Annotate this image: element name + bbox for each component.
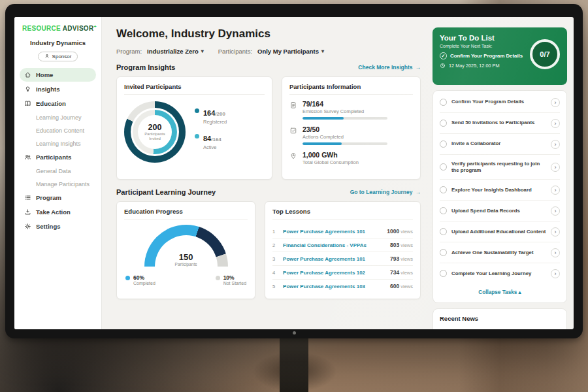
chevron-right-icon: › <box>551 206 560 216</box>
emission-survey-row: 79/164 Emission Survey Completed <box>289 100 413 120</box>
survey-icon <box>289 100 297 120</box>
task-item[interactable]: Explore Your Insights Dashboard › <box>440 180 560 201</box>
check-more-insights-link[interactable]: Check More Insights → <box>358 64 421 71</box>
sidebar: RESOURCE ADVISOR+ Industry Dynamics Spon… <box>14 17 102 329</box>
chevron-right-icon: › <box>551 248 560 257</box>
actions-progress-bar <box>302 142 387 145</box>
top-lessons-card: Top Lessons 1 Power Purchase Agreements … <box>265 201 421 299</box>
arrow-right-icon: → <box>416 189 421 195</box>
lesson-row: 3 Power Purchase Agreements 101 793views <box>272 252 413 266</box>
recent-news-title: Recent News <box>440 315 560 322</box>
lesson-link[interactable]: Power Purchase Agreements 101 <box>283 256 373 262</box>
collapse-tasks-link[interactable]: Collapse Tasks ▴ <box>440 284 560 301</box>
task-item[interactable]: Upload Additional Educational Content › <box>440 221 560 242</box>
sidebar-item-education[interactable]: Education <box>20 97 96 110</box>
sponsor-badge: Sponsor <box>38 52 78 61</box>
legend-dot-active <box>195 134 199 139</box>
monitor-brand-logo <box>293 331 296 335</box>
sidebar-item-take-action[interactable]: Take Action <box>20 205 96 219</box>
home-icon <box>24 71 31 78</box>
lesson-row: 5 Power Purchase Agreements 103 600views <box>272 280 413 293</box>
lesson-link[interactable]: Power Purchase Agreements 101 <box>283 229 373 235</box>
task-item[interactable]: Verify participants requesting to join t… <box>440 155 560 180</box>
sidebar-item-home[interactable]: Home <box>20 68 96 82</box>
task-checkbox-icon[interactable] <box>440 207 447 214</box>
monitor-bezel: RESOURCE ADVISOR+ Industry Dynamics Spon… <box>5 4 583 338</box>
app-logo: RESOURCE ADVISOR+ <box>14 17 101 33</box>
progress-fill <box>302 117 344 120</box>
check-circle-icon: ✓ <box>440 52 447 59</box>
task-checkbox-icon[interactable] <box>440 163 447 171</box>
chevron-right-icon: › <box>551 98 560 107</box>
task-item[interactable]: Invite a Collaborator › <box>440 134 560 155</box>
task-item[interactable]: Confirm Your Program Details › <box>440 92 560 113</box>
legend-active: 84/164 Active <box>195 132 227 150</box>
lightbulb-icon <box>24 86 31 93</box>
legend-registered: 164/200 Registered <box>195 106 227 125</box>
monitor-stand <box>280 337 308 392</box>
sidebar-item-program[interactable]: Program <box>20 191 96 204</box>
invited-participants-card: Invited Participants 200 Participants In… <box>116 76 272 180</box>
sidebar-item-general-data[interactable]: General Data <box>20 165 96 177</box>
chevron-right-icon: › <box>551 269 560 278</box>
sidebar-item-settings[interactable]: Settings <box>20 220 96 233</box>
list-icon <box>24 194 31 201</box>
sidebar-item-learning-journey[interactable]: Learning Journey <box>20 111 96 123</box>
recent-news-card: Recent News <box>433 308 567 329</box>
sidebar-item-education-content[interactable]: Education Content <box>20 124 96 137</box>
lesson-link[interactable]: Power Purchase Agreements 102 <box>283 270 373 276</box>
task-item[interactable]: Achieve One Sustainability Target › <box>440 242 560 263</box>
lesson-row: 2 Financial Considerations - VPPAs 803vi… <box>272 238 413 252</box>
sidebar-item-manage-participants[interactable]: Manage Participants <box>20 178 96 190</box>
education-progress-card: Education Progress 150 Participants <box>116 201 255 299</box>
next-task: ✓ Confirm Your Program Details <box>440 52 530 59</box>
chevron-right-icon: › <box>551 119 560 128</box>
task-checkbox-icon[interactable] <box>440 99 447 106</box>
participants-select[interactable]: Only My Participants ▾ <box>257 48 324 55</box>
tasks-card: Confirm Your Program Details › Send 50 I… <box>433 90 567 303</box>
task-checkbox-icon[interactable] <box>440 120 447 127</box>
page-title: Welcome, Industry Dynamics <box>116 27 421 41</box>
legend-dot-completed <box>125 276 130 280</box>
take-action-icon <box>24 208 31 216</box>
task-checkbox-icon[interactable] <box>440 249 447 256</box>
desk-scene: RESOURCE ADVISOR+ Industry Dynamics Spon… <box>0 0 588 392</box>
task-checkbox-icon[interactable] <box>440 270 447 277</box>
task-item[interactable]: Complete Your Learning Journey › <box>440 263 560 284</box>
section-title-learning-journey: Participant Learning Journey <box>116 188 216 196</box>
program-select[interactable]: Industrialize Zero ▾ <box>147 48 204 55</box>
checklist-icon <box>289 125 297 145</box>
location-pin-icon <box>289 151 297 168</box>
filter-bar: Program: Industrialize Zero ▾ Participan… <box>116 48 421 55</box>
chevron-right-icon: › <box>551 140 560 149</box>
legend-dot-registered <box>195 108 199 113</box>
clock-icon <box>440 63 446 69</box>
todo-progress-ring: 0/7 <box>530 39 560 69</box>
sidebar-item-learning-insights[interactable]: Learning Insights <box>20 137 96 150</box>
people-icon <box>24 154 31 161</box>
progress-fill <box>302 142 342 145</box>
task-checkbox-icon[interactable] <box>440 228 447 235</box>
chevron-up-icon: ▴ <box>519 289 521 295</box>
lesson-row: 4 Power Purchase Agreements 102 734views <box>272 266 413 280</box>
task-item[interactable]: Upload Spend Data Records › <box>440 201 560 221</box>
lesson-link[interactable]: Power Purchase Agreements 103 <box>283 284 373 289</box>
emission-progress-bar <box>302 117 387 120</box>
go-to-learning-journey-link[interactable]: Go to Learning Journey → <box>350 189 421 195</box>
sidebar-item-insights[interactable]: Insights <box>20 82 96 96</box>
task-checkbox-icon[interactable] <box>440 140 447 148</box>
lesson-row: 1 Power Purchase Agreements 101 1000view… <box>272 225 413 238</box>
invited-donut-chart: 200 Participants Invited <box>124 101 186 163</box>
chevron-right-icon: › <box>551 186 560 195</box>
task-checkbox-icon[interactable] <box>440 186 447 193</box>
sidebar-item-participants[interactable]: Participants <box>20 150 96 164</box>
dashboard-screen: RESOURCE ADVISOR+ Industry Dynamics Spon… <box>14 17 574 329</box>
arrow-right-icon: → <box>416 64 421 71</box>
task-item[interactable]: Send 50 Invitations to Participants › <box>440 113 560 134</box>
gear-icon <box>24 223 31 230</box>
chevron-right-icon: › <box>551 227 560 237</box>
lesson-link[interactable]: Financial Considerations - VPPAs <box>283 242 373 248</box>
todo-panel: Your To Do List Complete Your Next Task:… <box>433 17 574 329</box>
participants-information-card: Participants Information 79/164 Emission… <box>282 76 421 180</box>
section-title-program-insights: Program Insights <box>116 63 175 71</box>
